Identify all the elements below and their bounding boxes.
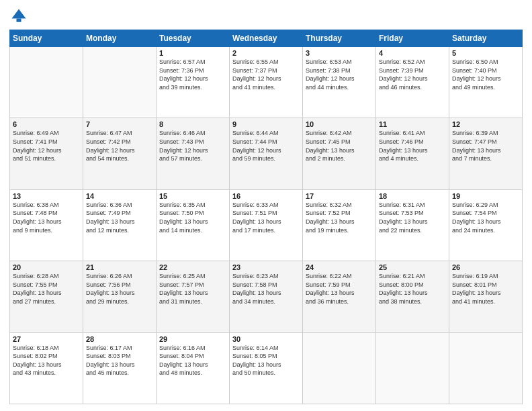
day-info: Sunrise: 6:23 AM Sunset: 7:58 PM Dayligh…: [232, 272, 300, 306]
day-info: Sunrise: 6:52 AM Sunset: 7:39 PM Dayligh…: [379, 58, 446, 91]
day-cell: 7Sunrise: 6:47 AM Sunset: 7:42 PM Daylig…: [83, 118, 157, 189]
day-cell: 29Sunrise: 6:16 AM Sunset: 8:04 PM Dayli…: [157, 332, 230, 404]
day-number: 21: [86, 263, 153, 271]
logo: [9, 7, 30, 26]
day-info: Sunrise: 6:19 AM Sunset: 8:01 PM Dayligh…: [452, 272, 519, 306]
day-info: Sunrise: 6:39 AM Sunset: 7:47 PM Dayligh…: [452, 129, 519, 163]
week-row-1: 6Sunrise: 6:49 AM Sunset: 7:41 PM Daylig…: [10, 118, 523, 189]
day-info: Sunrise: 6:16 AM Sunset: 8:04 PM Dayligh…: [159, 344, 226, 377]
day-cell: 6Sunrise: 6:49 AM Sunset: 7:41 PM Daylig…: [10, 118, 83, 189]
day-number: 25: [379, 263, 446, 271]
day-cell: [449, 332, 523, 404]
week-row-0: 1Sunrise: 6:57 AM Sunset: 7:36 PM Daylig…: [10, 47, 523, 118]
day-cell: 25Sunrise: 6:21 AM Sunset: 8:00 PM Dayli…: [376, 261, 449, 332]
week-row-3: 20Sunrise: 6:28 AM Sunset: 7:55 PM Dayli…: [10, 261, 523, 332]
day-cell: 23Sunrise: 6:23 AM Sunset: 7:58 PM Dayli…: [230, 261, 303, 332]
weekday-header-saturday: Saturday: [449, 30, 523, 47]
weekday-header-sunday: Sunday: [10, 30, 83, 47]
day-cell: 17Sunrise: 6:32 AM Sunset: 7:52 PM Dayli…: [303, 189, 376, 261]
day-cell: 8Sunrise: 6:46 AM Sunset: 7:43 PM Daylig…: [157, 118, 230, 189]
day-info: Sunrise: 6:42 AM Sunset: 7:45 PM Dayligh…: [306, 129, 373, 163]
day-info: Sunrise: 6:35 AM Sunset: 7:50 PM Dayligh…: [159, 201, 226, 234]
day-number: 8: [159, 120, 226, 128]
day-number: 2: [232, 49, 300, 57]
day-cell: 12Sunrise: 6:39 AM Sunset: 7:47 PM Dayli…: [449, 118, 523, 189]
day-cell: 13Sunrise: 6:38 AM Sunset: 7:48 PM Dayli…: [10, 189, 83, 261]
day-cell: 16Sunrise: 6:33 AM Sunset: 7:51 PM Dayli…: [230, 189, 303, 261]
day-info: Sunrise: 6:55 AM Sunset: 7:37 PM Dayligh…: [232, 58, 300, 91]
day-cell: 10Sunrise: 6:42 AM Sunset: 7:45 PM Dayli…: [303, 118, 376, 189]
day-number: 28: [86, 335, 153, 343]
day-number: 13: [13, 192, 80, 200]
day-cell: 5Sunrise: 6:50 AM Sunset: 7:40 PM Daylig…: [449, 47, 523, 118]
weekday-header-thursday: Thursday: [303, 30, 376, 47]
day-number: 6: [13, 120, 80, 128]
weekday-header-friday: Friday: [376, 30, 449, 47]
day-number: 23: [232, 263, 300, 271]
day-number: 18: [379, 192, 446, 200]
day-number: 9: [232, 120, 300, 128]
day-cell: 19Sunrise: 6:29 AM Sunset: 7:54 PM Dayli…: [449, 189, 523, 261]
logo-icon: [9, 7, 28, 26]
weekday-header-monday: Monday: [83, 30, 157, 47]
day-number: 26: [452, 263, 519, 271]
day-info: Sunrise: 6:44 AM Sunset: 7:44 PM Dayligh…: [232, 129, 300, 163]
day-info: Sunrise: 6:57 AM Sunset: 7:36 PM Dayligh…: [159, 58, 226, 91]
day-cell: 26Sunrise: 6:19 AM Sunset: 8:01 PM Dayli…: [449, 261, 523, 332]
day-number: 3: [306, 49, 373, 57]
day-info: Sunrise: 6:14 AM Sunset: 8:05 PM Dayligh…: [232, 344, 300, 377]
weekday-header-tuesday: Tuesday: [157, 30, 230, 47]
day-cell: [376, 332, 449, 404]
day-cell: [10, 47, 83, 118]
day-number: 1: [159, 49, 226, 57]
day-cell: 4Sunrise: 6:52 AM Sunset: 7:39 PM Daylig…: [376, 47, 449, 118]
day-number: 19: [452, 192, 519, 200]
day-number: 14: [86, 192, 153, 200]
day-number: 22: [159, 263, 226, 271]
day-info: Sunrise: 6:36 AM Sunset: 7:49 PM Dayligh…: [86, 201, 153, 234]
day-info: Sunrise: 6:50 AM Sunset: 7:40 PM Dayligh…: [452, 58, 519, 91]
day-cell: 11Sunrise: 6:41 AM Sunset: 7:46 PM Dayli…: [376, 118, 449, 189]
day-cell: 21Sunrise: 6:26 AM Sunset: 7:56 PM Dayli…: [83, 261, 157, 332]
svg-rect-1: [17, 19, 21, 22]
week-row-4: 27Sunrise: 6:18 AM Sunset: 8:02 PM Dayli…: [10, 332, 523, 404]
day-cell: 9Sunrise: 6:44 AM Sunset: 7:44 PM Daylig…: [230, 118, 303, 189]
day-number: 30: [232, 335, 300, 343]
day-number: 11: [379, 120, 446, 128]
day-cell: 30Sunrise: 6:14 AM Sunset: 8:05 PM Dayli…: [230, 332, 303, 404]
day-info: Sunrise: 6:46 AM Sunset: 7:43 PM Dayligh…: [159, 129, 226, 163]
week-row-2: 13Sunrise: 6:38 AM Sunset: 7:48 PM Dayli…: [10, 189, 523, 261]
day-info: Sunrise: 6:32 AM Sunset: 7:52 PM Dayligh…: [306, 201, 373, 234]
day-info: Sunrise: 6:21 AM Sunset: 8:00 PM Dayligh…: [379, 272, 446, 306]
day-info: Sunrise: 6:22 AM Sunset: 7:59 PM Dayligh…: [306, 272, 373, 306]
day-info: Sunrise: 6:29 AM Sunset: 7:54 PM Dayligh…: [452, 201, 519, 234]
day-number: 10: [306, 120, 373, 128]
day-number: 15: [159, 192, 226, 200]
day-cell: 15Sunrise: 6:35 AM Sunset: 7:50 PM Dayli…: [157, 189, 230, 261]
day-info: Sunrise: 6:41 AM Sunset: 7:46 PM Dayligh…: [379, 129, 446, 163]
day-cell: 14Sunrise: 6:36 AM Sunset: 7:49 PM Dayli…: [83, 189, 157, 261]
day-info: Sunrise: 6:47 AM Sunset: 7:42 PM Dayligh…: [86, 129, 153, 163]
day-number: 29: [159, 335, 226, 343]
day-number: 17: [306, 192, 373, 200]
day-cell: [83, 47, 157, 118]
svg-marker-0: [12, 9, 26, 19]
day-cell: 3Sunrise: 6:53 AM Sunset: 7:38 PM Daylig…: [303, 47, 376, 118]
day-cell: 20Sunrise: 6:28 AM Sunset: 7:55 PM Dayli…: [10, 261, 83, 332]
day-info: Sunrise: 6:33 AM Sunset: 7:51 PM Dayligh…: [232, 201, 300, 234]
day-cell: 1Sunrise: 6:57 AM Sunset: 7:36 PM Daylig…: [157, 47, 230, 118]
day-info: Sunrise: 6:18 AM Sunset: 8:02 PM Dayligh…: [13, 344, 80, 377]
day-number: 4: [379, 49, 446, 57]
day-number: 7: [86, 120, 153, 128]
day-number: 16: [232, 192, 300, 200]
day-number: 20: [13, 263, 80, 271]
day-info: Sunrise: 6:17 AM Sunset: 8:03 PM Dayligh…: [86, 344, 153, 377]
header: [9, 7, 523, 26]
day-cell: 22Sunrise: 6:25 AM Sunset: 7:57 PM Dayli…: [157, 261, 230, 332]
day-cell: 24Sunrise: 6:22 AM Sunset: 7:59 PM Dayli…: [303, 261, 376, 332]
day-cell: [303, 332, 376, 404]
day-number: 27: [13, 335, 80, 343]
day-info: Sunrise: 6:49 AM Sunset: 7:41 PM Dayligh…: [13, 129, 80, 163]
day-info: Sunrise: 6:28 AM Sunset: 7:55 PM Dayligh…: [13, 272, 80, 306]
day-info: Sunrise: 6:25 AM Sunset: 7:57 PM Dayligh…: [159, 272, 226, 306]
